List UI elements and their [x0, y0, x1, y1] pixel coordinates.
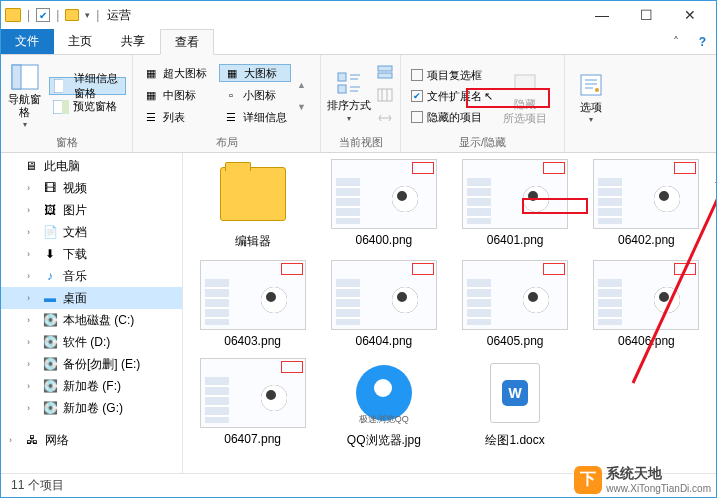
file-list[interactable]: 编辑器06400.png06401.png06402.png06403.png0…	[183, 153, 716, 473]
file-name: 06403.png	[224, 334, 281, 348]
scroll-down-icon[interactable]: ▼	[297, 102, 306, 112]
watermark: 下 系统天地 www.XiTongTianDi.com	[574, 465, 711, 494]
annotation-highlight-extensions	[466, 88, 550, 108]
help-icon[interactable]: ?	[689, 29, 716, 54]
chevron-down-icon: ▾	[589, 115, 593, 124]
tree-disk-f[interactable]: ›💽新加卷 (F:)	[1, 375, 182, 397]
view-details-button[interactable]: ☰详细信息	[219, 108, 291, 126]
file-item[interactable]: 06406.png	[583, 260, 710, 348]
chevron-down-icon: ▾	[347, 114, 351, 123]
options-icon	[578, 73, 604, 97]
tree-desktop[interactable]: ›▬桌面	[1, 287, 182, 309]
file-item[interactable]: 06405.png	[452, 260, 579, 348]
tab-file[interactable]: 文件	[1, 29, 54, 54]
large-icon: ▦	[224, 66, 240, 80]
disk-icon: 💽	[42, 356, 58, 372]
qat-newfolder-icon[interactable]	[65, 9, 79, 21]
list-icon: ☰	[143, 110, 159, 124]
file-item[interactable]: 极速浏览QQQQ浏览器.jpg	[320, 358, 447, 449]
close-button[interactable]: ✕	[668, 2, 712, 28]
options-button[interactable]: 选项 ▾	[571, 59, 611, 136]
tab-view[interactable]: 查看	[160, 29, 214, 55]
view-large-button[interactable]: ▦大图标	[219, 64, 291, 82]
window-controls: — ☐ ✕	[580, 2, 712, 28]
view-small-button[interactable]: ▫小图标	[219, 86, 291, 104]
group-label-showhide: 显示/隐藏	[407, 133, 558, 150]
desktop-icon: ▬	[42, 290, 58, 306]
chevron-icon: ›	[27, 227, 37, 237]
navigation-pane-button[interactable]: 导航窗格 ▾	[7, 59, 43, 133]
tab-home[interactable]: 主页	[54, 29, 107, 54]
tree-disk-e[interactable]: ›💽备份[勿删] (E:)	[1, 353, 182, 375]
group-label-layout: 布局	[139, 133, 314, 150]
tree-downloads[interactable]: ›⬇下载	[1, 243, 182, 265]
file-thumbnail: W	[462, 358, 568, 428]
file-item[interactable]: 06404.png	[320, 260, 447, 348]
minimize-button[interactable]: —	[580, 2, 624, 28]
ribbon-group-layout: ▦超大图标 ▦大图标 ▦中图标 ▫小图标 ☰列表 ☰详细信息 ▲ ▼ 布局	[133, 55, 321, 152]
file-thumbnail	[200, 260, 306, 330]
chevron-icon: ›	[27, 359, 37, 369]
preview-pane-button[interactable]: 预览窗格	[49, 98, 126, 116]
downloads-icon: ⬇	[42, 246, 58, 262]
tree-music[interactable]: ›♪音乐	[1, 265, 182, 287]
checkbox-icon	[411, 111, 423, 123]
maximize-button[interactable]: ☐	[624, 2, 668, 28]
navigation-tree[interactable]: 🖥此电脑 ›🎞视频 ›🖼图片 ›📄文档 ›⬇下载 ›♪音乐 ›▬桌面 ›💽本地磁…	[1, 153, 183, 473]
sizecolumns-icon[interactable]	[377, 111, 393, 128]
view-medium-button[interactable]: ▦中图标	[139, 86, 211, 104]
qat-sep: |	[96, 8, 99, 22]
scroll-up-icon[interactable]: ▲	[297, 80, 306, 90]
svg-rect-7	[338, 85, 346, 93]
chevron-icon: ›	[27, 205, 37, 215]
file-thumbnail	[331, 260, 437, 330]
file-item[interactable]: 06400.png	[320, 159, 447, 250]
file-thumbnail	[331, 159, 437, 229]
ribbon-group-options: 选项 ▾	[565, 55, 617, 152]
view-list-button[interactable]: ☰列表	[139, 108, 211, 126]
qat-properties-icon[interactable]: ✔	[36, 8, 50, 22]
chevron-icon: ›	[27, 337, 37, 347]
tree-disk-g[interactable]: ›💽新加卷 (G:)	[1, 397, 182, 419]
tree-this-pc[interactable]: 🖥此电脑	[1, 155, 182, 177]
view-xlarge-button[interactable]: ▦超大图标	[139, 64, 211, 82]
tree-disk-c[interactable]: ›💽本地磁盘 (C:)	[1, 309, 182, 331]
file-item[interactable]: 06402.png	[583, 159, 710, 250]
app-icon	[5, 8, 21, 22]
file-item[interactable]: 06403.png	[189, 260, 316, 348]
file-item[interactable]: 编辑器	[189, 159, 316, 250]
tree-network[interactable]: ›🖧网络	[1, 429, 182, 451]
qat-sep: |	[27, 8, 30, 22]
file-item[interactable]: W绘图1.docx	[452, 358, 579, 449]
file-name: 编辑器	[235, 233, 271, 250]
addcolumn-icon[interactable]	[377, 88, 393, 105]
medium-icon: ▦	[143, 88, 159, 102]
ribbon-tabs: 文件 主页 共享 查看 ˄ ?	[1, 29, 716, 55]
nav-pane-icon	[11, 64, 39, 90]
chevron-icon: ›	[9, 435, 19, 445]
tree-disk-d[interactable]: ›💽软件 (D:)	[1, 331, 182, 353]
checkbox-icon: ✔	[411, 90, 423, 102]
details-pane-icon	[54, 79, 70, 93]
checkbox-icon	[411, 69, 423, 81]
pictures-icon: 🖼	[42, 202, 58, 218]
file-item[interactable]: 06407.png	[189, 358, 316, 449]
chevron-icon: ›	[27, 183, 37, 193]
item-count: 11 个项目	[11, 477, 64, 494]
minimize-ribbon-icon[interactable]: ˄	[663, 29, 689, 54]
details-pane-button[interactable]: 详细信息窗格	[49, 77, 126, 95]
groupby-icon[interactable]	[377, 65, 393, 82]
sort-by-button[interactable]: 排序方式 ▾	[327, 59, 371, 133]
item-checkboxes-toggle[interactable]: 项目复选框	[407, 66, 497, 84]
qat-dropdown-icon[interactable]: ▾	[85, 10, 90, 20]
sort-icon	[336, 71, 362, 95]
tab-share[interactable]: 共享	[107, 29, 160, 54]
music-icon: ♪	[42, 268, 58, 284]
content-area: 🖥此电脑 ›🎞视频 ›🖼图片 ›📄文档 ›⬇下载 ›♪音乐 ›▬桌面 ›💽本地磁…	[1, 153, 716, 473]
tree-documents[interactable]: ›📄文档	[1, 221, 182, 243]
title-bar[interactable]: | ✔ | ▾ | 运营 — ☐ ✕	[1, 1, 716, 29]
chevron-down-icon: ▾	[23, 120, 27, 129]
hidden-items-toggle[interactable]: 隐藏的项目	[407, 108, 497, 126]
tree-videos[interactable]: ›🎞视频	[1, 177, 182, 199]
tree-pictures[interactable]: ›🖼图片	[1, 199, 182, 221]
